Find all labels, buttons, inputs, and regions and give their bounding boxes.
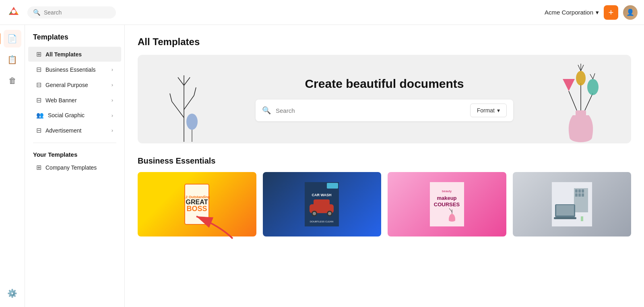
avatar[interactable]: 👤: [623, 5, 638, 20]
svg-marker-15: [563, 79, 575, 91]
general-purpose-label: General Purpose: [45, 82, 88, 88]
settings-icon: ⚙️: [7, 288, 17, 298]
business-essentials-title: Business Essentials: [138, 156, 631, 166]
svg-line-5: [184, 95, 194, 110]
sidebar-item-all-templates[interactable]: ⊞ All Templates: [28, 47, 121, 62]
sidebar-item-left: ⊟ Advertisement: [36, 127, 81, 134]
sidebar-item-business-essentials[interactable]: ⊟ Business Essentials ›: [28, 62, 121, 77]
svg-rect-58: [554, 217, 576, 219]
svg-line-14: [569, 91, 577, 110]
svg-point-37: [313, 212, 316, 215]
svg-rect-32: [327, 183, 338, 189]
svg-rect-35: [314, 199, 330, 207]
svg-rect-50: [575, 189, 578, 193]
chevron-right-icon: ›: [111, 127, 113, 133]
company-templates-icon: ⊞: [36, 164, 41, 171]
sidebar: Templates ⊞ All Templates ⊟ Business Ess…: [25, 25, 125, 307]
template-card-2[interactable]: CAR WASH DOUBTLESS CLEAN: [263, 172, 382, 236]
hero-title: Create beautiful documents: [256, 77, 513, 91]
nav-trash[interactable]: 🗑: [4, 72, 21, 89]
svg-line-24: [593, 73, 595, 79]
chevron-right-icon: ›: [111, 82, 113, 88]
svg-point-10: [186, 114, 198, 130]
template-card-inner-1: 12 Outstanding GREAT BOSS: [138, 172, 256, 236]
nav-settings[interactable]: ⚙️: [4, 284, 21, 302]
svg-rect-53: [575, 193, 578, 197]
sidebar-item-left: ⊟ Business Essentials: [36, 66, 96, 73]
header: 🔍 Acme Corporation ▾ + 👤: [0, 0, 644, 25]
svg-text:BOSS: BOSS: [187, 205, 207, 213]
svg-rect-54: [578, 193, 581, 197]
social-graphic-label: Social Graphic: [48, 112, 85, 118]
chevron-down-icon: ▾: [497, 107, 500, 114]
web-banner-icon: ⊟: [36, 96, 41, 104]
sidebar-item-advertisement[interactable]: ⊟ Advertisement ›: [28, 123, 121, 138]
search-icon: 🔍: [33, 9, 41, 16]
hero-search-input[interactable]: [276, 107, 465, 114]
trash-icon: 🗑: [8, 76, 17, 85]
svg-line-9: [184, 77, 190, 85]
template-card-4[interactable]: [513, 172, 632, 236]
avatar-image: 👤: [623, 5, 638, 20]
template-grid: 12 Outstanding GREAT BOSS CAR WASH: [138, 172, 631, 236]
chevron-right-icon: ›: [111, 112, 113, 118]
header-search-box[interactable]: 🔍: [27, 6, 116, 19]
nav-templates[interactable]: 📄: [4, 30, 21, 48]
format-label: Format: [477, 107, 495, 114]
svg-text:CAR WASH: CAR WASH: [312, 193, 332, 197]
main-content: All Templates: [125, 25, 644, 307]
svg-line-20: [581, 65, 584, 71]
advertisement-label: Advertisement: [45, 127, 81, 134]
sidebar-item-web-banner[interactable]: ⊟ Web Banner ›: [28, 93, 121, 108]
create-new-button[interactable]: +: [604, 5, 618, 20]
sidebar-title: Templates: [25, 33, 124, 46]
general-purpose-icon: ⊟: [36, 81, 41, 89]
company-templates-label: Company Templates: [45, 164, 97, 171]
svg-point-22: [587, 79, 599, 95]
advertisement-icon: ⊟: [36, 127, 41, 134]
template-card-3[interactable]: beauty makeup COURSES: [388, 172, 506, 236]
web-banner-label: Web Banner: [45, 97, 77, 104]
search-icon: 🔍: [262, 106, 271, 115]
all-templates-label: All Templates: [45, 51, 82, 58]
svg-rect-51: [578, 189, 581, 193]
deco-vase-right: [555, 63, 607, 143]
svg-rect-52: [582, 189, 584, 193]
logo[interactable]: [6, 4, 27, 21]
svg-point-39: [328, 212, 331, 215]
sidebar-item-company-templates[interactable]: ⊞ Company Templates: [28, 160, 121, 175]
chevron-down-icon: ▾: [596, 9, 599, 16]
template-card-1[interactable]: 12 Outstanding GREAT BOSS: [138, 172, 256, 236]
svg-text:DOUBTLESS CLEAN: DOUBTLESS CLEAN: [310, 220, 333, 223]
plus-icon: +: [609, 7, 614, 18]
header-search-input[interactable]: [44, 9, 110, 16]
deco-plant-left: [162, 69, 206, 143]
document-icon: 📄: [7, 34, 17, 44]
company-name-button[interactable]: Acme Corporation ▾: [545, 9, 599, 16]
svg-line-6: [194, 87, 196, 95]
svg-point-17: [576, 71, 586, 85]
page-title: All Templates: [138, 36, 631, 48]
svg-rect-55: [582, 193, 584, 197]
template-card-inner-3: beauty makeup COURSES: [388, 172, 506, 236]
svg-line-21: [585, 93, 593, 110]
sidebar-item-general-purpose[interactable]: ⊟ General Purpose ›: [28, 77, 121, 92]
sidebar-item-social-graphic[interactable]: 👥 Social Graphic ›: [28, 108, 121, 122]
sidebar-item-left: ⊞ Company Templates: [36, 164, 97, 171]
nav-layouts[interactable]: 📋: [4, 51, 21, 68]
svg-text:beauty: beauty: [442, 189, 452, 193]
hero-center: Create beautiful documents 🔍 Format ▾: [256, 77, 513, 121]
chevron-right-icon: ›: [111, 97, 113, 103]
sidebar-item-left: 👥 Social Graphic: [36, 112, 85, 119]
template-card-inner-4: [513, 172, 632, 236]
all-templates-icon: ⊞: [36, 50, 41, 58]
sidebar-item-left: ⊞ All Templates: [36, 50, 82, 58]
icon-bar: 📄 📋 🗑 ⚙️: [0, 25, 25, 307]
svg-text:makeup: makeup: [437, 195, 456, 201]
svg-rect-57: [556, 205, 574, 216]
format-button[interactable]: Format ▾: [470, 104, 507, 117]
svg-rect-59: [581, 216, 583, 221]
hero-search-box[interactable]: 🔍 Format ▾: [256, 100, 513, 121]
svg-point-1: [12, 10, 16, 14]
social-graphic-icon: 👥: [36, 112, 44, 119]
